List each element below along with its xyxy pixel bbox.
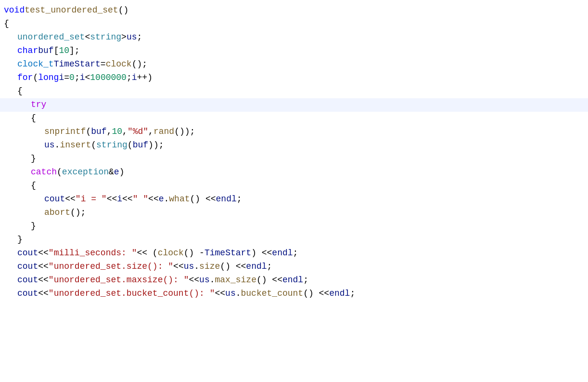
token-plain: ; bbox=[127, 71, 132, 85]
code-line: abort(); bbox=[0, 206, 588, 220]
token-kw-void: for bbox=[17, 71, 33, 85]
token-plain: { bbox=[17, 85, 23, 98]
token-fn-name: abort bbox=[44, 206, 70, 220]
token-plain: << bbox=[65, 193, 76, 206]
token-kw-teal: exception bbox=[62, 166, 109, 179]
token-fn-name: rand bbox=[153, 125, 174, 139]
code-line: void test_unordered_set() bbox=[0, 4, 588, 17]
token-plain: & bbox=[109, 166, 114, 179]
token-plain: ]; bbox=[69, 44, 80, 58]
token-plain: , bbox=[107, 125, 112, 139]
token-plain: () << bbox=[303, 287, 329, 301]
code-editor: void test_unordered_set(){unordered_set<… bbox=[0, 0, 588, 382]
token-plain: () bbox=[118, 4, 129, 17]
token-kw-void: void bbox=[4, 4, 25, 17]
token-plain: } bbox=[17, 233, 23, 247]
code-line: try bbox=[0, 98, 588, 112]
token-plain: , bbox=[148, 125, 153, 139]
token-plain: ) << bbox=[251, 247, 272, 260]
code-line: { bbox=[0, 85, 588, 98]
token-var: endl bbox=[246, 260, 267, 274]
token-plain: = bbox=[64, 71, 69, 85]
code-line: clock_t TimeStart = clock(); bbox=[0, 58, 588, 71]
token-var: cout bbox=[17, 260, 38, 274]
token-fn-name: clock bbox=[158, 247, 184, 260]
token-var: cout bbox=[17, 274, 38, 287]
code-line: snprintf(buf, 10, "%d", rand()); bbox=[0, 125, 588, 139]
token-str-red: "unordered_set.size(): " bbox=[49, 260, 173, 274]
token-var: endl bbox=[216, 193, 237, 206]
token-var: i bbox=[80, 71, 85, 85]
token-plain: ( bbox=[86, 125, 91, 139]
token-plain: . bbox=[164, 193, 169, 206]
token-num: 0 bbox=[69, 71, 75, 85]
code-line: cout << "milli_seconds: " << (clock() - … bbox=[0, 247, 588, 260]
code-line: char buf[10]; bbox=[0, 44, 588, 58]
token-plain: } bbox=[31, 220, 36, 233]
token-var: endl bbox=[329, 287, 350, 301]
token-var: e bbox=[114, 166, 119, 179]
token-plain: << ( bbox=[137, 247, 157, 260]
token-plain: () - bbox=[184, 247, 205, 260]
token-plain: , bbox=[122, 125, 128, 139]
token-fn-name: bucket_count bbox=[241, 287, 304, 301]
token-var: cout bbox=[17, 287, 38, 301]
token-fn-name: insert bbox=[60, 139, 91, 152]
token-var: e bbox=[159, 193, 164, 206]
token-str-red: " " bbox=[133, 193, 148, 206]
token-var: buf bbox=[91, 125, 106, 139]
token-plain: [ bbox=[54, 44, 59, 58]
code-line: { bbox=[0, 17, 588, 31]
token-plain: << bbox=[107, 193, 117, 206]
code-line: us.insert(string(buf)); bbox=[0, 139, 588, 152]
token-var: endl bbox=[272, 247, 293, 260]
token-kw-purple: catch bbox=[31, 166, 57, 179]
token-plain: ; bbox=[75, 71, 80, 85]
token-kw-void: char bbox=[17, 44, 38, 58]
token-plain: . bbox=[236, 287, 241, 301]
token-plain: )); bbox=[148, 139, 164, 152]
token-plain: . bbox=[194, 260, 199, 274]
token-plain: > bbox=[121, 31, 127, 44]
code-line: unordered_set<string> us; bbox=[0, 31, 588, 44]
token-plain: = bbox=[101, 58, 106, 71]
token-var: cout bbox=[44, 193, 65, 206]
token-plain: << bbox=[38, 260, 49, 274]
token-var: TimeStart bbox=[54, 58, 101, 71]
token-plain: () << bbox=[256, 274, 282, 287]
token-plain: { bbox=[4, 17, 9, 31]
token-plain: ; bbox=[267, 260, 272, 274]
code-line: } bbox=[0, 220, 588, 233]
token-var: i bbox=[117, 193, 122, 206]
token-num: 1000000 bbox=[90, 71, 127, 85]
code-line: { bbox=[0, 179, 588, 193]
token-plain: ; bbox=[303, 274, 308, 287]
token-plain: << bbox=[173, 260, 184, 274]
token-kw-purple: try bbox=[31, 98, 46, 112]
code-lines: void test_unordered_set(){unordered_set<… bbox=[0, 4, 588, 301]
token-num: 10 bbox=[59, 44, 69, 58]
token-fn-name: size bbox=[199, 260, 220, 274]
token-plain: < bbox=[85, 71, 90, 85]
token-plain: ; bbox=[293, 247, 298, 260]
token-plain: ( bbox=[33, 71, 38, 85]
token-str-red: "unordered_set.bucket_count(): " bbox=[49, 287, 215, 301]
token-plain: << bbox=[148, 193, 159, 206]
token-fn-name: test_unordered_set bbox=[25, 4, 118, 17]
token-var: us bbox=[127, 31, 137, 44]
token-var: cout bbox=[17, 247, 38, 260]
token-plain: < bbox=[85, 31, 90, 44]
token-plain: . bbox=[210, 274, 215, 287]
token-var: i bbox=[59, 71, 64, 85]
token-str-red: "%d" bbox=[128, 125, 148, 139]
token-plain: { bbox=[31, 112, 36, 125]
code-line: cout << "i = " << i << " " << e.what() <… bbox=[0, 193, 588, 206]
code-line: } bbox=[0, 152, 588, 166]
code-line: catch (exception& e) bbox=[0, 166, 588, 179]
token-kw-blue: clock_t bbox=[17, 58, 54, 71]
code-line: cout << "unordered_set.maxsize(): " << u… bbox=[0, 274, 588, 287]
token-plain: { bbox=[31, 179, 36, 193]
token-var: us bbox=[184, 260, 194, 274]
token-plain: << bbox=[38, 247, 49, 260]
token-plain: . bbox=[55, 139, 60, 152]
